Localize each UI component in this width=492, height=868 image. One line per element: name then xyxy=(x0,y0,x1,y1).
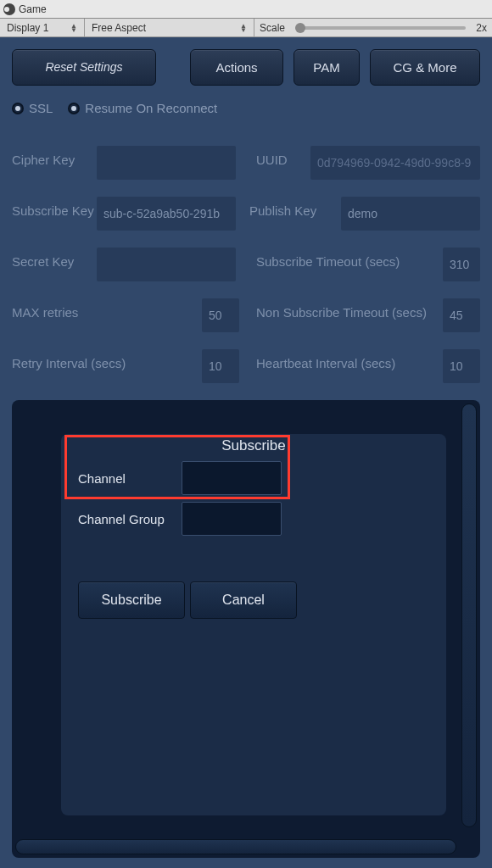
cipher-key-label: Cipher Key xyxy=(12,146,97,167)
window-title: Game xyxy=(19,3,47,15)
display-value: Display 1 xyxy=(7,22,48,34)
uuid-label: UUID xyxy=(256,146,304,167)
scale-label: Scale xyxy=(254,22,290,34)
subscribe-dialog: Subscribe Channel Channel Group Subscrib… xyxy=(61,434,446,815)
retry-interval-input[interactable] xyxy=(202,349,239,383)
cipher-key-input[interactable] xyxy=(97,146,236,180)
subscribe-button[interactable]: Subscribe xyxy=(78,581,185,619)
slider-thumb[interactable] xyxy=(295,23,305,33)
sub-timeout-label: Subscribe Timeout (secs) xyxy=(256,248,436,269)
channel-label: Channel xyxy=(78,471,182,486)
aspect-dropdown[interactable]: Free Aspect ▲▼ xyxy=(85,19,254,36)
nonsub-timeout-label: Non Subscribe Timeout (secs) xyxy=(256,298,436,320)
top-button-row: Reset Settings Actions PAM CG & More xyxy=(12,49,480,86)
publish-key-input[interactable] xyxy=(341,197,480,231)
scale-slider[interactable] xyxy=(295,26,466,30)
log-panel: Subscribe Channel Channel Group Subscrib… xyxy=(12,400,480,858)
channel-group-input[interactable] xyxy=(182,502,282,536)
uuid-input[interactable] xyxy=(310,146,480,180)
nonsub-timeout-input[interactable] xyxy=(443,298,480,332)
scale-value: 2x xyxy=(471,22,492,34)
secret-key-input[interactable] xyxy=(97,248,236,281)
heartbeat-label: Heartbeat Interval (secs) xyxy=(256,349,436,370)
max-retries-label: MAX retries xyxy=(12,298,202,320)
cancel-button[interactable]: Cancel xyxy=(190,581,297,619)
ssl-label: SSL xyxy=(29,101,53,115)
retry-interval-label: Retry Interval (secs) xyxy=(12,349,202,370)
channel-input[interactable] xyxy=(182,461,282,495)
secret-key-label: Secret Key xyxy=(12,248,97,269)
game-toolbar: Display 1 ▲▼ Free Aspect ▲▼ Scale 2x xyxy=(0,19,492,37)
dialog-title: Subscribe xyxy=(78,437,429,454)
publish-key-label: Publish Key xyxy=(249,197,334,218)
radio-checked-icon xyxy=(12,103,24,114)
pam-button[interactable]: PAM xyxy=(294,49,360,86)
sub-timeout-input[interactable] xyxy=(443,248,480,281)
reset-settings-button[interactable]: Reset Settings xyxy=(12,49,156,86)
max-retries-input[interactable] xyxy=(202,298,239,332)
channel-group-label: Channel Group xyxy=(78,512,182,526)
resume-label: Resume On Reconnect xyxy=(85,101,217,115)
aspect-value: Free Aspect xyxy=(92,22,146,34)
main-content: Reset Settings Actions PAM CG & More SSL… xyxy=(0,37,492,868)
chevron-updown-icon: ▲▼ xyxy=(70,24,77,32)
subscribe-key-input[interactable] xyxy=(97,197,236,231)
vertical-scrollbar[interactable] xyxy=(461,403,477,827)
resume-checkbox[interactable]: Resume On Reconnect xyxy=(68,101,217,115)
actions-button[interactable]: Actions xyxy=(190,49,283,86)
display-dropdown[interactable]: Display 1 ▲▼ xyxy=(0,19,85,36)
checkbox-row: SSL Resume On Reconnect xyxy=(12,101,480,115)
chevron-updown-icon: ▲▼ xyxy=(240,24,247,32)
ssl-checkbox[interactable]: SSL xyxy=(12,101,53,115)
cg-more-button[interactable]: CG & More xyxy=(370,49,480,86)
window-titlebar: Game xyxy=(0,0,492,19)
subscribe-key-label: Subscribe Key xyxy=(12,197,97,218)
heartbeat-input[interactable] xyxy=(443,349,480,383)
radio-checked-icon xyxy=(68,103,80,114)
unity-icon xyxy=(3,3,15,15)
horizontal-scrollbar[interactable] xyxy=(15,839,456,854)
